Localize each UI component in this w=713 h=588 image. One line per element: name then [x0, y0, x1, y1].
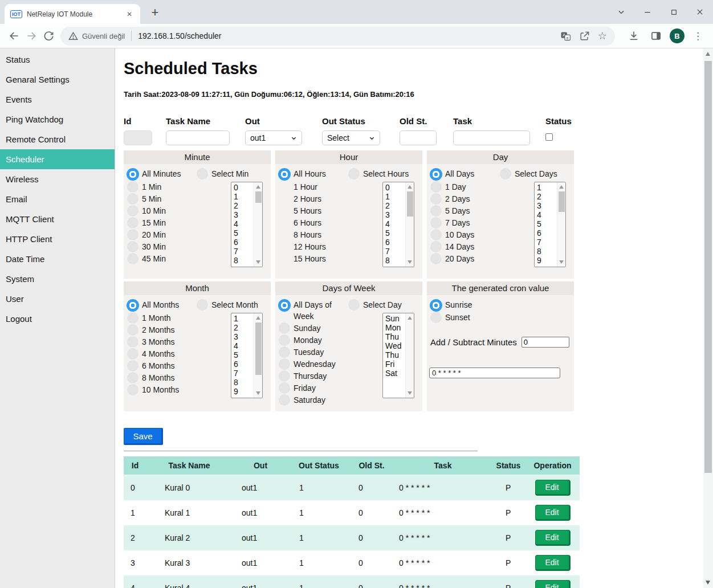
radio-5-min[interactable]: 5 Min [127, 193, 200, 205]
task-name-field[interactable] [166, 130, 230, 145]
radio-thursday[interactable]: Thursday [279, 370, 352, 382]
sidebar-item-events[interactable]: Events [0, 89, 115, 109]
radio-select-day[interactable]: Select Day [348, 299, 402, 311]
forward-button[interactable] [23, 27, 40, 44]
radio-1-hour[interactable]: 1 Hour [279, 181, 352, 193]
listbox-scrollbar[interactable] [254, 182, 262, 267]
scroll-down-icon[interactable] [408, 260, 412, 264]
radio-2-months[interactable]: 2 Months [127, 324, 200, 336]
id-field[interactable] [124, 130, 152, 145]
radio-10-days[interactable]: 10 Days [430, 229, 503, 240]
radio-6-months[interactable]: 6 Months [127, 360, 200, 371]
radio-select-days[interactable]: Select Days [500, 168, 557, 179]
scroll-thumb[interactable] [559, 191, 565, 212]
radio-10-months[interactable]: 10 Months [127, 384, 200, 395]
radio-sunrise[interactable]: Sunrise [430, 299, 472, 312]
radio-12-hours[interactable]: 12 Hours [279, 241, 352, 252]
scroll-up-icon[interactable] [559, 185, 564, 189]
scroll-down-icon[interactable] [408, 391, 412, 395]
radio-select-month[interactable]: Select Month [197, 299, 258, 311]
scroll-up-icon[interactable] [408, 316, 412, 320]
scroll-down-icon[interactable] [256, 260, 260, 264]
security-label[interactable]: Güvenli değil [82, 32, 125, 40]
sidebar-item-email[interactable]: Email [0, 189, 115, 209]
url-text[interactable]: 192.168.1.50/scheduler [138, 31, 560, 40]
radio-7-days[interactable]: 7 Days [430, 217, 503, 228]
task-field[interactable] [453, 130, 530, 145]
bookmark-star-icon[interactable]: ☆ [598, 31, 607, 41]
radio-20-min[interactable]: 20 Min [127, 229, 200, 240]
radio-20-days[interactable]: 20 Days [430, 253, 503, 264]
minimize-button[interactable] [634, 0, 661, 24]
radio-select-min[interactable]: Select Min [197, 168, 248, 179]
scroll-thumb[interactable] [407, 191, 413, 217]
translate-icon[interactable]: A a [560, 31, 571, 42]
radio-all-days-of-week[interactable]: All Days of Week [279, 299, 352, 322]
scroll-up-icon[interactable] [706, 52, 710, 56]
main-scrollbar[interactable] [703, 48, 713, 588]
scroll-thumb[interactable] [255, 322, 262, 375]
sidebar-item-user[interactable]: User [0, 289, 115, 309]
sidebar-item-remote-control[interactable]: Remote Control [0, 129, 115, 149]
out-status-select[interactable]: Select [322, 130, 380, 145]
add-subtract-minutes-input[interactable] [521, 337, 569, 348]
radio-sunday[interactable]: Sunday [279, 322, 352, 334]
browser-tab[interactable]: IOT NetRelay IOT Module ✕ [5, 4, 140, 24]
radio-14-days[interactable]: 14 Days [430, 241, 503, 252]
sidebar-item-status[interactable]: Status [0, 50, 115, 70]
radio-tuesday[interactable]: Tuesday [279, 346, 352, 358]
edit-task-button[interactable]: Edit [535, 530, 571, 546]
scroll-down-icon[interactable] [706, 581, 710, 585]
maximize-button[interactable] [661, 0, 687, 24]
scroll-up-icon[interactable] [256, 316, 260, 320]
old-st-field[interactable] [400, 130, 437, 145]
scroll-down-icon[interactable] [256, 391, 260, 395]
radio-wednesday[interactable]: Wednesday [279, 358, 352, 370]
month-listbox[interactable]: 12345678910 [231, 313, 263, 398]
sidebar-item-scheduler[interactable]: Scheduler [0, 149, 115, 169]
listbox-scrollbar[interactable] [405, 313, 414, 398]
radio-6-hours[interactable]: 6 Hours [279, 217, 352, 228]
radio-4-months[interactable]: 4 Months [127, 348, 200, 360]
new-tab-button[interactable]: + [147, 5, 163, 20]
radio-8-hours[interactable]: 8 Hours [279, 229, 352, 240]
scroll-up-icon[interactable] [256, 185, 260, 189]
edit-task-button[interactable]: Edit [535, 505, 571, 521]
scroll-up-icon[interactable] [408, 185, 412, 189]
browser-menu-icon[interactable]: ⋮ [690, 30, 706, 42]
radio-select-hours[interactable]: Select Hours [348, 168, 409, 179]
radio-10-min[interactable]: 10 Min [127, 205, 200, 217]
cron-value-input[interactable] [429, 368, 560, 378]
radio-15-min[interactable]: 15 Min [127, 217, 200, 228]
radio-15-hours[interactable]: 15 Hours [279, 253, 352, 264]
radio-1-month[interactable]: 1 Month [127, 312, 200, 324]
reload-button[interactable] [40, 27, 57, 44]
radio-saturday[interactable]: Saturday [279, 394, 352, 406]
sidebar-item-system[interactable]: System [0, 269, 115, 289]
radio-all-minutes[interactable]: All Minutes [127, 168, 200, 181]
scroll-thumb[interactable] [704, 61, 712, 473]
hour-listbox[interactable]: 0123456789 [382, 182, 414, 267]
edit-task-button[interactable]: Edit [535, 480, 571, 496]
listbox-scrollbar[interactable] [557, 182, 565, 267]
sidebar-item-genaral-settings[interactable]: Genaral Settings [0, 70, 115, 89]
sidebar-item-http-client[interactable]: HTTP Client [0, 229, 115, 249]
minute-listbox[interactable]: 0123456789 [231, 182, 263, 267]
edit-task-button[interactable]: Edit [535, 580, 571, 588]
sidebar-item-wireless[interactable]: Wireless [0, 169, 115, 189]
scroll-thumb[interactable] [255, 191, 262, 203]
radio-sunset[interactable]: Sunset [430, 312, 472, 323]
radio-1-day[interactable]: 1 Day [430, 181, 503, 193]
listbox-scrollbar[interactable] [254, 313, 262, 398]
radio-5-days[interactable]: 5 Days [430, 205, 503, 217]
tab-close-icon[interactable]: ✕ [124, 9, 135, 19]
radio-all-hours[interactable]: All Hours [279, 168, 352, 181]
radio-45-min[interactable]: 45 Min [127, 253, 200, 264]
radio-all-days[interactable]: All Days [430, 168, 503, 181]
sidebar-item-logout[interactable]: Logout [0, 309, 115, 329]
side-panel-icon[interactable] [647, 27, 665, 44]
sidebar-item-date-time[interactable]: Date Time [0, 249, 115, 269]
radio-friday[interactable]: Friday [279, 382, 352, 394]
scroll-down-icon[interactable] [559, 260, 564, 264]
save-button[interactable]: Save [124, 428, 163, 445]
